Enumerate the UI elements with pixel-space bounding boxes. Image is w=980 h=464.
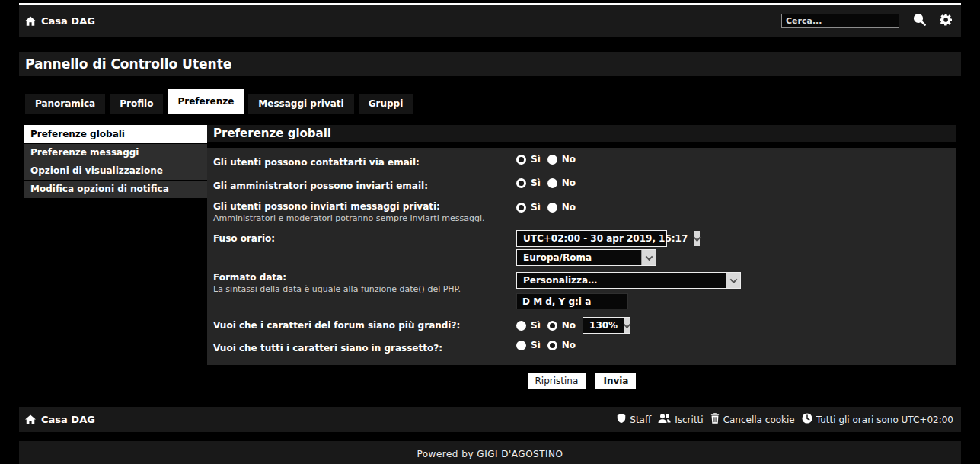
field-label: Formato data: xyxy=(213,272,507,283)
radio-label: Sì xyxy=(531,340,541,350)
sidebar-item-opzioni-notifica[interactable]: Modifica opzioni di notifica xyxy=(24,181,207,198)
radio-icon xyxy=(547,203,557,213)
breadcrumb[interactable]: Casa DAG xyxy=(25,15,95,27)
members-link[interactable]: Iscritti xyxy=(658,414,703,426)
main-panel: Preferenze globali Gli utenti possono co… xyxy=(207,125,956,365)
radio-option-no[interactable]: No xyxy=(547,202,576,213)
custom-date-format-input[interactable] xyxy=(516,293,628,309)
radio-icon xyxy=(516,155,526,165)
radio-icon xyxy=(516,321,526,331)
tab-bar: Panoramica Profilo Preferenze Messaggi p… xyxy=(19,91,961,114)
search-input[interactable] xyxy=(781,14,899,28)
header-search-area xyxy=(781,13,952,28)
tab-panoramica[interactable]: Panoramica xyxy=(25,94,105,114)
tab-profilo[interactable]: Profilo xyxy=(110,94,163,114)
radio-option-si[interactable]: Sì xyxy=(516,202,541,213)
field-label: Vuoi che tutti i caratteri siano in gras… xyxy=(213,343,442,354)
sidebar-item-preferenze-messaggi[interactable]: Preferenze messaggi xyxy=(24,144,207,162)
home-icon xyxy=(25,16,36,26)
radio-icon xyxy=(516,178,526,188)
timezone-city-select[interactable]: Europa/Roma xyxy=(516,249,656,266)
radio-option-no[interactable]: No xyxy=(547,178,576,188)
field-label: Gli utenti possono contattarti via email… xyxy=(213,157,420,168)
timezone-select[interactable]: UTC+02:00 - 30 apr 2019, 15:17 xyxy=(516,230,667,247)
radio-label: No xyxy=(562,154,576,165)
field-label: Fuso orario: xyxy=(213,233,275,244)
form-actions: Ripristina Invia xyxy=(207,373,956,389)
select-value: UTC+02:00 - 30 apr 2019, 15:17 xyxy=(517,231,694,246)
radio-option-no[interactable]: No xyxy=(547,340,576,350)
footer-breadcrumb[interactable]: Casa DAG xyxy=(25,414,95,425)
submit-button[interactable]: Invia xyxy=(595,373,636,389)
link-label: Cancella cookie xyxy=(723,414,795,425)
sidebar-item-preferenze-globali[interactable]: Preferenze globali xyxy=(24,125,207,143)
row-admin-email: Gli amministratori possono inviarti emai… xyxy=(213,178,950,192)
panel-heading: Preferenze globali xyxy=(207,125,956,142)
radio-icon xyxy=(516,203,526,213)
radio-icon xyxy=(516,341,526,350)
timezone-note: Tutti gli orari sono UTC+02:00 xyxy=(802,413,953,426)
radio-icon xyxy=(547,178,557,188)
radio-label: No xyxy=(562,340,576,350)
sidebar: Preferenze globali Preferenze messaggi O… xyxy=(24,125,207,199)
radio-option-si[interactable]: Sì xyxy=(516,178,541,188)
chevron-down-icon xyxy=(694,231,700,246)
radio-option-no[interactable]: No xyxy=(547,154,576,165)
font-size-select[interactable]: 130% xyxy=(583,317,630,334)
row-date-format: Formato data: La sintassi della data è u… xyxy=(213,272,950,309)
page-wrapper: Casa DAG Pannello di Controllo Utente xyxy=(19,0,961,464)
preferences-form: Gli utenti possono contattarti via email… xyxy=(207,148,956,365)
row-private-messages: Gli utenti possono inviarti messaggi pri… xyxy=(213,201,950,223)
footer-links: Staff Iscritti Cancella xyxy=(617,413,953,426)
row-contact-email: Gli utenti possono contattarti via email… xyxy=(213,154,950,168)
link-label: Iscritti xyxy=(675,414,703,425)
radio-option-no[interactable]: No xyxy=(547,320,576,331)
tab-preferenze[interactable]: Preferenze xyxy=(168,89,244,114)
members-icon xyxy=(658,414,671,426)
radio-label: No xyxy=(562,320,576,331)
chevron-down-icon xyxy=(624,318,630,333)
footer-breadcrumb-label: Casa DAG xyxy=(41,414,95,425)
radio-label: No xyxy=(562,202,576,213)
row-timezone: Fuso orario: UTC+02:00 - 30 apr 2019, 15… xyxy=(213,230,950,266)
radio-option-si[interactable]: Sì xyxy=(516,320,541,331)
header-bar: Casa DAG xyxy=(19,3,961,37)
field-label: Gli utenti possono inviarti messaggi pri… xyxy=(213,201,507,212)
radio-option-si[interactable]: Sì xyxy=(516,154,541,165)
tab-gruppi[interactable]: Gruppi xyxy=(359,94,413,114)
row-font-size: Vuoi che i caratteri del forum siano più… xyxy=(213,317,950,334)
radio-label: Sì xyxy=(531,154,541,165)
staff-link[interactable]: Staff xyxy=(617,413,651,426)
timezone-note-label: Tutti gli orari sono UTC+02:00 xyxy=(816,414,953,425)
trash-icon xyxy=(710,413,720,426)
date-format-select[interactable]: Personalizza… xyxy=(516,272,741,289)
sidebar-item-opzioni-visualizzazione[interactable]: Opzioni di visualizzazione xyxy=(24,162,207,180)
chevron-down-icon xyxy=(726,273,740,288)
row-bold-fonts: Vuoi che tutti i caratteri siano in gras… xyxy=(213,340,950,354)
link-label: Staff xyxy=(630,414,651,425)
shield-icon xyxy=(617,413,626,426)
radio-label: Sì xyxy=(531,202,541,213)
radio-icon xyxy=(547,341,557,350)
field-label: Vuoi che i caratteri del forum siano più… xyxy=(213,320,460,331)
powered-by: Powered by GIGI D'AGOSTINO xyxy=(19,441,961,464)
reset-button[interactable]: Ripristina xyxy=(528,373,586,389)
select-value: Personalizza… xyxy=(517,273,726,288)
settings-button[interactable] xyxy=(940,14,952,28)
search-button[interactable] xyxy=(913,13,926,28)
breadcrumb-label: Casa DAG xyxy=(41,15,95,27)
field-note: Amministratori e moderatori potranno sem… xyxy=(213,213,507,223)
clock-icon xyxy=(802,413,812,426)
chevron-down-icon xyxy=(641,250,656,265)
radio-label: Sì xyxy=(531,320,541,331)
radio-option-si[interactable]: Sì xyxy=(516,340,541,350)
footer-bar: Casa DAG Staff Iscritti xyxy=(19,407,961,432)
field-label: Gli amministratori possono inviarti emai… xyxy=(213,181,428,191)
delete-cookies-link[interactable]: Cancella cookie xyxy=(710,413,795,426)
tab-messaggi-privati[interactable]: Messaggi privati xyxy=(248,94,353,114)
search-icon xyxy=(913,13,926,28)
field-note: La sintassi della data è uguale alla fun… xyxy=(213,284,507,294)
gear-icon xyxy=(940,14,952,28)
radio-icon xyxy=(547,155,557,165)
content-area: Preferenze globali Preferenze messaggi O… xyxy=(19,125,961,365)
